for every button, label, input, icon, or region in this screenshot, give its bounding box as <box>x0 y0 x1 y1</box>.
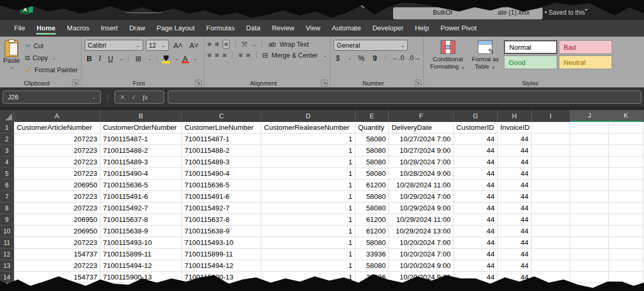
cell[interactable] <box>532 214 570 226</box>
cell[interactable]: 10/20/2024 9:00 <box>389 260 454 272</box>
row-header[interactable]: 3 <box>0 145 14 156</box>
cell[interactable] <box>609 180 643 191</box>
cell[interactable]: 7100115487-1 <box>182 133 261 145</box>
row-header[interactable]: 5 <box>0 168 14 180</box>
column-header[interactable]: J <box>570 110 609 122</box>
ribbon-tab[interactable]: Power Pivot <box>434 20 482 36</box>
ribbon-tab[interactable]: View <box>300 20 326 36</box>
cell[interactable] <box>570 168 609 180</box>
cell[interactable] <box>609 168 643 180</box>
style-good[interactable]: Good <box>504 55 557 69</box>
cell[interactable]: 44 <box>498 272 532 283</box>
column-header[interactable]: E <box>355 110 389 122</box>
cell[interactable] <box>609 203 643 214</box>
cell[interactable]: 7100115490-4 <box>182 168 261 180</box>
cell[interactable]: 58080 <box>355 237 389 249</box>
cell[interactable]: 44 <box>454 214 498 226</box>
column-header[interactable]: C <box>182 110 261 122</box>
cell[interactable]: 1 <box>261 180 355 191</box>
percent-button[interactable]: % <box>356 54 366 62</box>
cell[interactable]: 10/28/2024 9:00 <box>389 168 454 180</box>
cell[interactable] <box>532 260 570 272</box>
borders-button[interactable]: ⊞ <box>133 54 144 63</box>
align-middle-icon[interactable]: ≡ <box>215 40 219 48</box>
cell[interactable]: 61200 <box>355 180 389 191</box>
cell[interactable]: 44 <box>454 260 498 272</box>
row-header[interactable]: 14 <box>0 272 14 283</box>
format-as-table-button[interactable]: Format asTable ⌄ <box>469 39 502 77</box>
bold-button[interactable]: B <box>85 54 94 63</box>
cell[interactable]: 1 <box>261 214 355 226</box>
cell[interactable]: 10/20/2024 7:00 <box>389 237 454 249</box>
cell[interactable]: 1 <box>261 191 355 203</box>
cell[interactable] <box>570 180 609 191</box>
font-name-combo[interactable]: Calibri ⌄ <box>85 40 143 51</box>
cell[interactable]: 1 <box>261 237 355 249</box>
cell[interactable]: 207223 <box>14 133 100 145</box>
cell[interactable]: 1 <box>261 145 355 156</box>
cell[interactable]: 207223 <box>14 145 100 156</box>
cell[interactable]: 44 <box>454 203 498 214</box>
ribbon-tab[interactable]: Review <box>266 20 300 36</box>
cell[interactable] <box>609 260 643 272</box>
ribbon-tab[interactable]: Insert <box>95 20 124 36</box>
cell[interactable]: 7100115493-10 <box>182 237 261 249</box>
cell[interactable]: 61200 <box>355 226 389 237</box>
name-box[interactable]: J26 ⌄ <box>3 91 101 104</box>
chevron-down-icon[interactable]: ⌄ <box>348 55 352 61</box>
select-all-corner[interactable] <box>0 110 14 122</box>
cell[interactable] <box>532 122 570 133</box>
cell[interactable] <box>570 203 609 214</box>
cell[interactable]: 7100115492-7 <box>182 203 261 214</box>
cell[interactable]: 58080 <box>355 191 389 203</box>
conditional-formatting-button[interactable]: ConditionalFormatting ⌄ <box>427 39 469 77</box>
cell[interactable]: InvoiceID <box>498 122 532 133</box>
cell[interactable] <box>532 156 570 168</box>
chevron-down-icon[interactable]: ⌄ <box>175 56 179 61</box>
cell[interactable]: CustomerID <box>454 122 498 133</box>
cancel-icon[interactable]: ✕ <box>120 93 125 101</box>
orientation-icon[interactable]: ⤧ <box>242 40 247 49</box>
cell[interactable]: 1 <box>261 156 355 168</box>
cell[interactable]: 7100115900-13 <box>100 272 182 283</box>
format-painter-button[interactable]: 🖉 Format Painter <box>25 64 78 75</box>
cell[interactable]: 44 <box>498 260 532 272</box>
cell[interactable]: 58080 <box>355 145 389 156</box>
cell[interactable] <box>570 226 609 237</box>
cell[interactable] <box>532 203 570 214</box>
cell[interactable]: 7100115900-13 <box>182 272 261 283</box>
cell[interactable]: 1 <box>261 203 355 214</box>
column-header[interactable]: D <box>261 110 355 122</box>
ribbon-tab[interactable]: Help <box>409 20 435 36</box>
cell[interactable]: 207223 <box>14 260 100 272</box>
number-format-combo[interactable]: General ⌄ <box>334 40 408 51</box>
chevron-down-icon[interactable]: ⌄ <box>155 95 159 100</box>
cell[interactable]: CustomerOrderNumber <box>100 122 182 133</box>
row-header[interactable]: 9 <box>0 214 14 226</box>
cell[interactable] <box>532 133 570 145</box>
row-header[interactable]: 13 <box>0 260 14 272</box>
cell[interactable]: 7100115899-11 <box>100 249 182 260</box>
paste-button[interactable]: Paste ⌄ <box>3 39 20 77</box>
column-header[interactable]: A <box>14 110 100 122</box>
cell[interactable]: 10/20/2024 9:00 <box>389 272 454 283</box>
cell[interactable]: 7100115490-4 <box>100 168 182 180</box>
row-header[interactable]: 4 <box>0 156 14 168</box>
cell[interactable]: 7100115493-10 <box>100 237 182 249</box>
cell[interactable] <box>532 180 570 191</box>
font-color-button[interactable]: A <box>181 54 189 63</box>
dialog-launcher-icon[interactable]: ↘ <box>415 80 421 86</box>
cell[interactable] <box>609 237 643 249</box>
cell[interactable]: 44 <box>454 156 498 168</box>
cell[interactable]: 7100115491-6 <box>100 191 182 203</box>
column-header[interactable]: I <box>532 110 570 122</box>
cell[interactable]: 154737 <box>14 272 100 283</box>
cell[interactable]: 7100115488-2 <box>100 145 182 156</box>
cell[interactable]: 10/29/2024 13:00 <box>389 226 454 237</box>
cell[interactable] <box>532 191 570 203</box>
ribbon-tab[interactable]: Page Layout <box>151 20 201 36</box>
cell[interactable]: CustomerArticleNumber <box>14 122 100 133</box>
cell[interactable]: 7100115899-11 <box>182 249 261 260</box>
ribbon-tab[interactable]: Macros <box>61 20 95 36</box>
cell[interactable]: 10/28/2024 11:00 <box>389 180 454 191</box>
